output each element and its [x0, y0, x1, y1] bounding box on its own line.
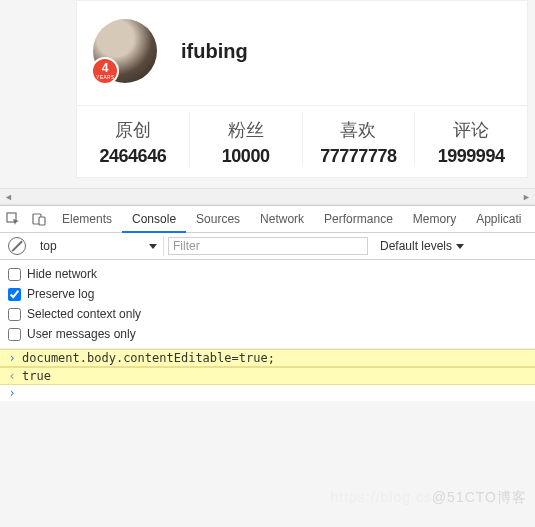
stat-comments[interactable]: 评论 1999994	[414, 112, 527, 167]
horizontal-scrollbar[interactable]: ◄ ►	[0, 188, 535, 205]
devtools-panel: Elements Console Sources Network Perform…	[0, 205, 535, 401]
tab-performance[interactable]: Performance	[314, 206, 403, 233]
check-preserve-log[interactable]: Preserve log	[8, 284, 527, 304]
avatar-badge: 4 YEARS	[91, 57, 119, 85]
check-label: Preserve log	[27, 287, 94, 301]
tab-memory[interactable]: Memory	[403, 206, 466, 233]
stat-value: 1999994	[415, 146, 527, 167]
context-selector[interactable]: top	[34, 236, 164, 256]
check-label: User messages only	[27, 327, 136, 341]
check-user-messages[interactable]: User messages only	[8, 324, 527, 344]
badge-number: 4	[102, 62, 109, 74]
username[interactable]: ifubing	[181, 40, 248, 63]
stats-row: 原创 2464646 粉丝 10000 喜欢 77777778 评论 19999…	[77, 106, 527, 177]
watermark: https://blog.cs@51CTO博客	[331, 489, 527, 507]
badge-unit: YEARS	[96, 75, 114, 80]
check-hide-network[interactable]: Hide network	[8, 264, 527, 284]
profile-card: 4 YEARS ifubing 原创 2464646 粉丝 10000 喜欢 7…	[76, 0, 528, 178]
output-marker-icon: ‹	[6, 369, 18, 383]
tab-sources[interactable]: Sources	[186, 206, 250, 233]
checkbox[interactable]	[8, 288, 21, 301]
check-label: Selected context only	[27, 307, 141, 321]
filter-input[interactable]: Filter	[168, 237, 368, 255]
levels-label: Default levels	[380, 239, 452, 253]
stat-label: 评论	[415, 112, 527, 146]
inspect-icon[interactable]	[0, 206, 26, 233]
prompt-marker-icon: ›	[6, 386, 18, 400]
stat-original[interactable]: 原创 2464646	[77, 112, 189, 167]
device-toggle-icon[interactable]	[26, 206, 52, 233]
checkbox[interactable]	[8, 268, 21, 281]
tab-console[interactable]: Console	[122, 206, 186, 233]
check-label: Hide network	[27, 267, 97, 281]
page-content: 4 YEARS ifubing 原创 2464646 粉丝 10000 喜欢 7…	[0, 0, 535, 178]
devtools-tabbar: Elements Console Sources Network Perform…	[0, 206, 535, 233]
scroll-track[interactable]	[17, 189, 518, 204]
stat-label: 原创	[77, 112, 189, 146]
log-levels-selector[interactable]: Default levels	[372, 239, 472, 253]
stat-followers[interactable]: 粉丝 10000	[189, 112, 302, 167]
stat-value: 10000	[190, 146, 302, 167]
console-output: › document.body.contentEditable=true; ‹ …	[0, 348, 535, 401]
console-result: true	[22, 369, 51, 383]
stat-value: 77777778	[303, 146, 415, 167]
console-toolbar: top Filter Default levels	[0, 233, 535, 260]
avatar-wrap[interactable]: 4 YEARS	[93, 19, 157, 83]
tab-elements[interactable]: Elements	[52, 206, 122, 233]
console-code: document.body.contentEditable=true;	[22, 351, 275, 365]
stat-label: 粉丝	[190, 112, 302, 146]
dropdown-icon	[149, 244, 157, 249]
stat-likes[interactable]: 喜欢 77777778	[302, 112, 415, 167]
scroll-right-icon[interactable]: ►	[518, 188, 535, 205]
stat-label: 喜欢	[303, 112, 415, 146]
filter-placeholder: Filter	[173, 239, 200, 253]
console-prompt[interactable]: ›	[0, 385, 535, 401]
stat-value: 2464646	[77, 146, 189, 167]
tab-application[interactable]: Applicati	[466, 206, 531, 233]
watermark-main: @51CTO博客	[432, 489, 527, 505]
console-settings: Hide network Preserve log Selected conte…	[0, 260, 535, 348]
clear-console-icon[interactable]	[8, 237, 26, 255]
dropdown-icon	[456, 244, 464, 249]
console-input-line: › document.body.contentEditable=true;	[0, 349, 535, 367]
profile-header: 4 YEARS ifubing	[77, 1, 527, 106]
checkbox[interactable]	[8, 308, 21, 321]
scroll-left-icon[interactable]: ◄	[0, 188, 17, 205]
input-marker-icon: ›	[6, 351, 18, 365]
svg-rect-2	[39, 217, 45, 225]
context-value: top	[40, 239, 57, 253]
check-selected-context[interactable]: Selected context only	[8, 304, 527, 324]
watermark-faint: https://blog.cs	[331, 489, 432, 505]
checkbox[interactable]	[8, 328, 21, 341]
tab-network[interactable]: Network	[250, 206, 314, 233]
console-result-line: ‹ true	[0, 367, 535, 385]
